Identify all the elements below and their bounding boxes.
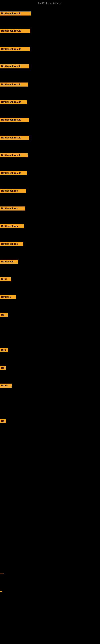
bottleneck-badge-12: Bottleneck res xyxy=(0,224,24,228)
bottleneck-badge-21: Bo xyxy=(0,419,6,423)
bottleneck-badge-8: Bottleneck result xyxy=(0,153,28,158)
bottleneck-badge-19: Bo xyxy=(0,366,6,370)
bottleneck-badge-4: Bottleneck result xyxy=(0,82,28,86)
bottleneck-badge-13: Bottleneck res xyxy=(0,242,23,246)
bottleneck-badge-7: Bottleneck result xyxy=(0,136,29,140)
bar-line-1 xyxy=(0,591,2,592)
bottleneck-badge-0: Bottleneck result xyxy=(0,12,31,16)
bottleneck-badge-2: Bottleneck result xyxy=(0,47,30,51)
bottleneck-badge-18: Bott xyxy=(0,348,8,352)
bottleneck-badge-5: Bottleneck result xyxy=(0,100,27,104)
bottleneck-badge-1: Bottleneck result xyxy=(0,29,30,33)
bottleneck-badge-14: Bottleneck xyxy=(0,260,18,264)
bar-line-0 xyxy=(0,574,3,574)
site-title: TheBottlenecker.com xyxy=(0,2,100,5)
bottleneck-badge-15: Bottl xyxy=(0,277,11,281)
bottleneck-badge-17: Bo xyxy=(0,313,8,317)
bottleneck-badge-20: Bottle xyxy=(0,384,12,388)
bottleneck-badge-10: Bottleneck res xyxy=(0,189,26,193)
bottleneck-badge-11: Bottleneck res xyxy=(0,206,25,210)
bottleneck-badge-16: Bottlene xyxy=(0,295,16,299)
bottleneck-badge-9: Bottleneck result xyxy=(0,171,27,175)
bottleneck-badge-6: Bottleneck result xyxy=(0,118,29,122)
bottleneck-badge-3: Bottleneck result xyxy=(0,64,29,68)
